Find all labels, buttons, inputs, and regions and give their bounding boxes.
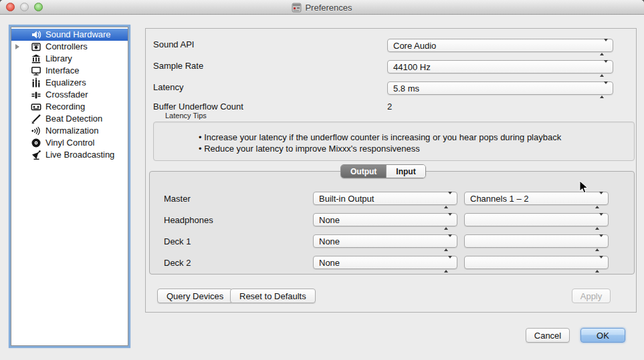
deck2-channel-dropdown[interactable] [464,256,609,269]
sound-api-value: Core Audio [393,41,436,51]
headphones-device-dropdown[interactable]: None [313,213,457,226]
sidebar-item-label: Recording [45,101,85,113]
stepper-arrows-icon [444,194,452,206]
window-title: Preferences [305,3,352,13]
sound-waves-icon [31,126,41,136]
master-channel-value: Channels 1 – 2 [470,194,528,204]
sidebar-item-live-broadcasting[interactable]: Live Broadcasting [11,149,128,161]
speaker-icon [31,29,41,40]
latency-tips-box: Increase your latency if the underflow c… [153,122,635,161]
sidebar-item-label: Interface [45,65,80,77]
ok-button[interactable]: OK [580,328,625,343]
stepper-arrows-icon [595,194,603,206]
buffer-underflow-value: 2 [387,102,392,112]
sound-api-label: Sound API [153,39,194,49]
deck1-label: Deck 1 [164,236,191,246]
sidebar-item-recording[interactable]: Recording [11,101,128,113]
monitor-icon [31,65,41,76]
title-area: Preferences [0,0,644,15]
master-label: Master [164,194,191,204]
sidebar-item-label: Normalization [45,125,98,137]
preferences-icon [292,3,302,13]
apply-button[interactable]: Apply [572,289,611,303]
sidebar-item-library[interactable]: Library [11,53,128,65]
controller-icon [31,41,41,52]
sample-rate-dropdown[interactable]: 44100 Hz [387,60,613,73]
sidebar-item-equalizers[interactable]: Equalizers [11,77,128,89]
crossfader-icon [31,89,41,100]
cancel-button[interactable]: Cancel [526,328,570,343]
title-bar: Preferences [0,0,644,15]
sidebar-item-label: Sound Hardware [45,29,111,41]
satellite-dish-icon [31,150,41,160]
latency-value: 5.8 ms [393,83,419,94]
sidebar-item-vinyl-control[interactable]: Vinyl Control [11,137,128,149]
buffer-underflow-label: Buffer Underflow Count [153,102,243,112]
deck1-device-dropdown[interactable]: None [313,234,457,248]
sidebar-item-interface[interactable]: Interface [11,65,128,77]
tab-output[interactable]: Output [341,165,386,178]
sidebar-item-label: Vinyl Control [45,137,94,149]
sidebar-item-controllers[interactable]: Controllers [11,41,128,53]
deck1-device-value: None [319,236,340,246]
stepper-arrows-icon [595,216,603,228]
stepper-arrows-icon [444,216,452,228]
stepper-arrows-icon [600,63,608,75]
latency-label: Latency [153,82,184,92]
latency-tips-title: Latency Tips [165,112,207,120]
master-device-value: Built-in Output [319,194,374,204]
stepper-arrows-icon [595,237,603,249]
sidebar-item-normalization[interactable]: Normalization [11,125,128,137]
reset-to-defaults-button[interactable]: Reset to Defaults [230,289,316,303]
sidebar-item-label: Controllers [45,41,88,53]
headphones-label: Headphones [164,215,213,225]
headphones-device-value: None [319,215,340,225]
sidebar-item-label: Equalizers [45,77,86,89]
sample-rate-label: Sample Rate [153,61,203,71]
sidebar-item-label: Live Broadcasting [45,149,114,161]
sidebar-item-label: Beat Detection [45,113,102,125]
deck1-channel-dropdown[interactable] [464,234,609,248]
io-tabs: Output Input [340,164,426,178]
latency-tip-2: Reduce your latency to improve Mixxx's r… [199,144,420,154]
io-tab-pane: Master Built-in Output Channels 1 – 2 He… [149,171,635,275]
latency-tip-1: Increase your latency if the underflow c… [199,132,561,142]
deck2-device-value: None [319,258,340,268]
preferences-window: Preferences Sound Hardware Controllers L… [0,0,644,360]
sound-hardware-pane: Sound API Core Audio Sample Rate 44100 H… [145,28,637,313]
stepper-arrows-icon [444,258,452,271]
mouse-cursor-icon [579,180,588,194]
sidebar-item-beat-detection[interactable]: Beat Detection [11,113,128,125]
headphones-channel-dropdown[interactable] [464,213,609,226]
equalizer-icon [31,77,41,88]
vinyl-record-icon [31,138,41,148]
disclosure-triangle-icon[interactable] [15,44,19,49]
stepper-arrows-icon [444,237,452,249]
preferences-sidebar: Sound Hardware Controllers Library Inter… [11,27,128,346]
sidebar-item-label: Crossfader [45,89,88,101]
sidebar-item-sound-hardware[interactable]: Sound Hardware [11,29,128,41]
stepper-arrows-icon [600,84,608,96]
pen-icon [31,114,41,124]
query-devices-button[interactable]: Query Devices [157,289,233,303]
sidebar-item-label: Library [45,53,72,65]
deck2-device-dropdown[interactable]: None [313,256,457,269]
sidebar-item-crossfader[interactable]: Crossfader [11,89,128,101]
recorder-icon [31,102,41,112]
latency-dropdown[interactable]: 5.8 ms [387,81,613,95]
library-icon [31,53,41,64]
tab-input[interactable]: Input [386,165,425,178]
sample-rate-value: 44100 Hz [393,62,431,72]
stepper-arrows-icon [600,41,608,53]
sound-api-dropdown[interactable]: Core Audio [387,39,613,52]
deck2-label: Deck 2 [164,258,191,268]
master-device-dropdown[interactable]: Built-in Output [313,192,457,205]
stepper-arrows-icon [595,258,603,271]
